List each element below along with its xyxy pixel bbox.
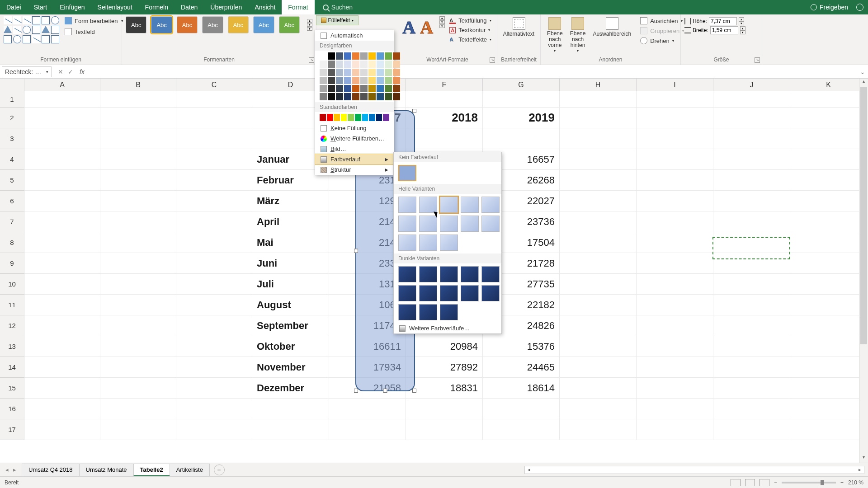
- color-swatch[interactable]: [377, 52, 384, 60]
- shape-style-thumb[interactable]: Abc: [177, 16, 198, 33]
- cell[interactable]: [713, 419, 790, 440]
- gradient-swatch[interactable]: [419, 216, 437, 232]
- color-swatch[interactable]: [385, 85, 392, 92]
- selection-pane-button[interactable]: Auswahlbereich: [590, 16, 634, 54]
- scroll-left-icon[interactable]: ◂: [525, 467, 533, 473]
- cell[interactable]: [637, 232, 713, 253]
- gradient-swatch[interactable]: [440, 285, 458, 301]
- color-swatch[interactable]: [385, 52, 392, 60]
- cell[interactable]: März: [252, 191, 329, 211]
- cell[interactable]: November: [252, 357, 329, 378]
- color-swatch[interactable]: [328, 85, 335, 92]
- cell[interactable]: [406, 399, 483, 419]
- color-swatch[interactable]: [360, 69, 368, 76]
- color-swatch[interactable]: [393, 85, 400, 92]
- cell[interactable]: [637, 149, 713, 170]
- color-swatch[interactable]: [344, 69, 351, 76]
- color-swatch[interactable]: [369, 114, 375, 121]
- color-swatch[interactable]: [352, 85, 359, 92]
- height-spin-up[interactable]: ▴: [739, 17, 744, 21]
- cell[interactable]: [637, 399, 713, 419]
- cell[interactable]: 27892: [406, 357, 483, 378]
- dialog-launcher-icon[interactable]: ↘: [309, 57, 314, 63]
- gradient-swatch[interactable]: [398, 304, 416, 320]
- cell[interactable]: [24, 170, 100, 191]
- cell[interactable]: [100, 232, 176, 253]
- cell[interactable]: [252, 419, 329, 440]
- color-swatch[interactable]: [344, 61, 351, 68]
- shape-style-thumb[interactable]: Abc: [126, 16, 146, 33]
- cell[interactable]: [713, 274, 790, 295]
- row-header[interactable]: 4: [0, 149, 24, 170]
- row-header[interactable]: 14: [0, 357, 24, 378]
- cell[interactable]: 20984: [406, 336, 483, 357]
- color-swatch[interactable]: [336, 69, 343, 76]
- ribbon-tab-datei[interactable]: Datei: [0, 0, 28, 14]
- tell-me-search[interactable]: Suchen: [323, 4, 353, 11]
- gradient-swatch[interactable]: [398, 216, 416, 232]
- height-input[interactable]: [709, 17, 737, 25]
- shape-style-thumb[interactable]: Abc: [202, 16, 223, 33]
- cell[interactable]: [483, 128, 560, 149]
- color-swatch[interactable]: [352, 69, 359, 76]
- feedback-icon[interactable]: [856, 4, 863, 11]
- fx-icon[interactable]: fx: [80, 68, 85, 75]
- cell[interactable]: [637, 295, 713, 315]
- color-swatch[interactable]: [328, 69, 335, 76]
- cell[interactable]: [713, 91, 790, 108]
- gradient-swatch[interactable]: [398, 235, 416, 251]
- view-page-break-icon[interactable]: [760, 479, 769, 486]
- cell[interactable]: [713, 211, 790, 232]
- col-header[interactable]: A: [24, 79, 100, 91]
- gradient-swatch[interactable]: [440, 197, 458, 213]
- fill-more-colors-item[interactable]: Weitere Füllfarben…: [315, 133, 394, 144]
- color-swatch[interactable]: [320, 61, 327, 68]
- cell[interactable]: [176, 378, 252, 399]
- cell[interactable]: [637, 91, 713, 108]
- cell[interactable]: 2018: [406, 108, 483, 128]
- gradient-swatch[interactable]: [481, 285, 500, 301]
- cell[interactable]: [637, 419, 713, 440]
- edit-shape-button[interactable]: Form bearbeiten▾: [63, 16, 125, 25]
- view-page-layout-icon[interactable]: [745, 479, 755, 486]
- wordart-preset-2[interactable]: A: [419, 16, 434, 38]
- cell[interactable]: [713, 378, 790, 399]
- cell[interactable]: [560, 253, 637, 274]
- cell[interactable]: [176, 91, 252, 108]
- cell[interactable]: [100, 91, 176, 108]
- cell[interactable]: [560, 295, 637, 315]
- ribbon-tab-einfügen[interactable]: Einfügen: [53, 0, 91, 14]
- bring-forward-button[interactable]: Ebene nach vorne▾: [544, 16, 566, 54]
- cell[interactable]: [560, 399, 637, 419]
- cell[interactable]: [560, 315, 637, 336]
- sheet-tab[interactable]: Umsatz Q4 2018: [22, 464, 80, 476]
- cell[interactable]: 18614: [483, 378, 560, 399]
- col-header[interactable]: K: [790, 79, 867, 91]
- cell[interactable]: [560, 128, 637, 149]
- cell[interactable]: [790, 295, 867, 315]
- cell[interactable]: 18831: [406, 378, 483, 399]
- gradient-swatch[interactable]: [398, 197, 416, 213]
- cell[interactable]: Juli: [252, 274, 329, 295]
- cell[interactable]: [790, 108, 867, 128]
- color-swatch[interactable]: [377, 61, 384, 68]
- dialog-launcher-icon[interactable]: ↘: [490, 57, 495, 63]
- cell[interactable]: [560, 91, 637, 108]
- cell[interactable]: [100, 378, 176, 399]
- gradient-swatch[interactable]: [461, 285, 479, 301]
- cell[interactable]: [176, 108, 252, 128]
- color-swatch[interactable]: [385, 77, 392, 84]
- col-header[interactable]: I: [637, 79, 713, 91]
- color-swatch[interactable]: [377, 69, 384, 76]
- cell[interactable]: [790, 191, 867, 211]
- gradient-swatch[interactable]: [419, 197, 437, 213]
- cell[interactable]: [24, 149, 100, 170]
- cell[interactable]: [176, 149, 252, 170]
- resize-handle[interactable]: [354, 389, 358, 393]
- cell[interactable]: [329, 419, 406, 440]
- color-swatch[interactable]: [320, 93, 327, 100]
- cell[interactable]: [100, 336, 176, 357]
- cell[interactable]: [483, 399, 560, 419]
- cell[interactable]: [24, 91, 100, 108]
- color-swatch[interactable]: [393, 77, 400, 84]
